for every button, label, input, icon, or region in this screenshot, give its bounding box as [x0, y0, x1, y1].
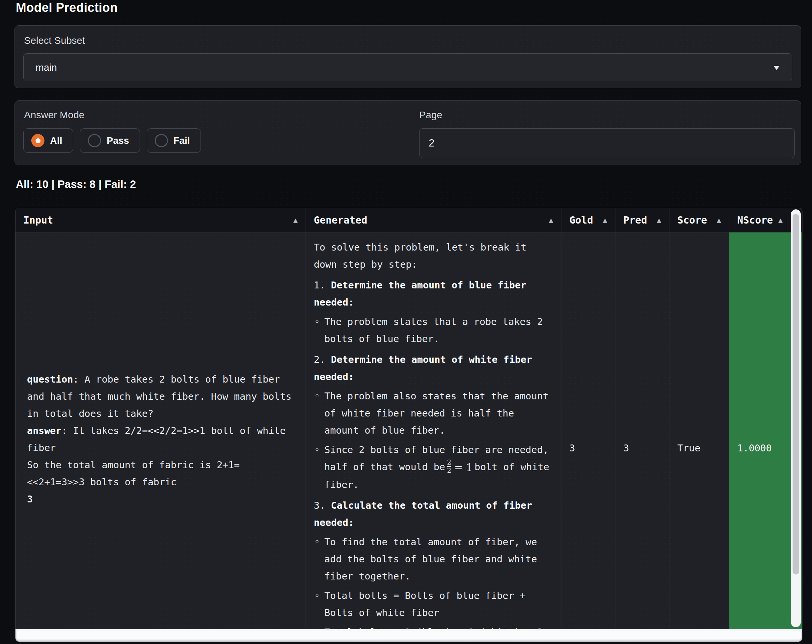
vertical-scrollbar[interactable] — [791, 209, 801, 627]
step-heading: 3.Calculate the total amount of fiber ne… — [314, 497, 553, 531]
list-item: ◦ Total bolts = Bolts of blue fiber + Bo… — [314, 587, 553, 621]
horizontal-scrollbar[interactable] — [15, 629, 802, 642]
sort-asc-icon[interactable]: ▲ — [657, 216, 661, 224]
cell-pred: 3 — [615, 232, 669, 629]
radio-option-all[interactable]: All — [23, 128, 73, 153]
generated-intro: To solve this problem, let's break it do… — [314, 239, 553, 273]
list-item: ◦ The problem also states that the amoun… — [314, 388, 553, 439]
vertical-scrollbar-thumb[interactable] — [792, 214, 799, 575]
column-header-score[interactable]: Score ▲ — [669, 208, 730, 232]
circle-bullet-icon: ◦ — [314, 313, 321, 347]
page-input[interactable]: 2 — [419, 128, 795, 158]
chevron-down-icon: ▼ — [771, 64, 782, 72]
subset-selected-value: main — [35, 62, 57, 73]
final-answer: 3 — [27, 491, 294, 508]
list-item: ◦ Total bolts = 2 (blue) + 1 (white) = 3… — [314, 624, 553, 629]
column-header-gold[interactable]: Gold ▲ — [562, 208, 615, 232]
column-header-nscore[interactable]: NScore ▲ — [730, 208, 791, 232]
sort-asc-icon[interactable]: ▲ — [603, 216, 607, 224]
sort-asc-icon[interactable]: ▲ — [778, 216, 783, 224]
cell-generated: To solve this problem, let's break it do… — [306, 232, 562, 629]
column-header-input[interactable]: Input ▲ — [15, 208, 306, 232]
circle-bullet-icon: ◦ — [314, 388, 321, 439]
radio-icon — [88, 134, 101, 147]
controls-card: Answer Mode All Pass Fail Page 2 — [14, 101, 801, 165]
column-header-pred[interactable]: Pred ▲ — [615, 208, 669, 232]
circle-bullet-icon: ◦ — [314, 587, 321, 621]
answer-mode-radio-group: All Pass Fail — [23, 128, 201, 153]
answer-mode-label: Answer Mode — [24, 109, 84, 121]
cell-input: question: A robe takes 2 bolts of blue f… — [15, 232, 306, 629]
answer-line2: So the total amount of fabric is 2+1=<<2… — [27, 456, 294, 491]
status-summary: All: 10 | Pass: 8 | Fail: 2 — [16, 178, 136, 191]
horizontal-scrollbar-thumb[interactable] — [17, 630, 801, 639]
sort-asc-icon[interactable]: ▲ — [293, 216, 298, 224]
step-heading: 1.Determine the amount of blue fiber nee… — [314, 276, 553, 311]
subset-dropdown[interactable]: main ▼ — [23, 53, 792, 81]
circle-bullet-icon: ◦ — [314, 533, 321, 585]
circle-bullet-icon: ◦ — [314, 441, 321, 493]
radio-icon — [155, 134, 168, 147]
cell-score: True — [669, 232, 730, 629]
step-heading: 2.Determine the amount of white fiber ne… — [314, 351, 553, 385]
app-page: Model Prediction Select Subset main ▼ An… — [0, 0, 812, 644]
radio-icon — [31, 134, 44, 147]
circle-bullet-icon: ◦ — [314, 624, 321, 629]
table-header-row: Input ▲ Generated ▲ Gold ▲ Pred ▲ Score … — [15, 208, 802, 232]
subset-card: Select Subset main ▼ — [14, 25, 801, 88]
page-title: Model Prediction — [16, 1, 118, 15]
cell-gold: 3 — [562, 232, 615, 629]
answer-paragraph: answer: It takes 2/2=<<2/2=1>>1 bolt of … — [27, 422, 294, 456]
page-label: Page — [419, 109, 442, 121]
page-input-value: 2 — [429, 137, 434, 149]
results-table: Input ▲ Generated ▲ Gold ▲ Pred ▲ Score … — [15, 208, 803, 642]
sort-asc-icon[interactable]: ▲ — [549, 216, 553, 224]
list-item: ◦ The problem states that a robe takes 2… — [314, 313, 553, 347]
radio-option-fail[interactable]: Fail — [147, 128, 201, 153]
math-fraction: 22= 1 — [447, 458, 473, 476]
question-paragraph: question: A robe takes 2 bolts of blue f… — [27, 371, 294, 422]
radio-option-pass[interactable]: Pass — [80, 128, 140, 153]
column-header-generated[interactable]: Generated ▲ — [306, 208, 562, 232]
subset-label: Select Subset — [24, 35, 85, 46]
sort-asc-icon[interactable]: ▲ — [717, 216, 721, 224]
list-item: ◦ To find the total amount of fiber, we … — [314, 533, 553, 585]
list-item-with-math: ◦ Since 2 bolts of blue fiber are needed… — [314, 441, 553, 493]
table-row[interactable]: question: A robe takes 2 bolts of blue f… — [15, 232, 802, 629]
